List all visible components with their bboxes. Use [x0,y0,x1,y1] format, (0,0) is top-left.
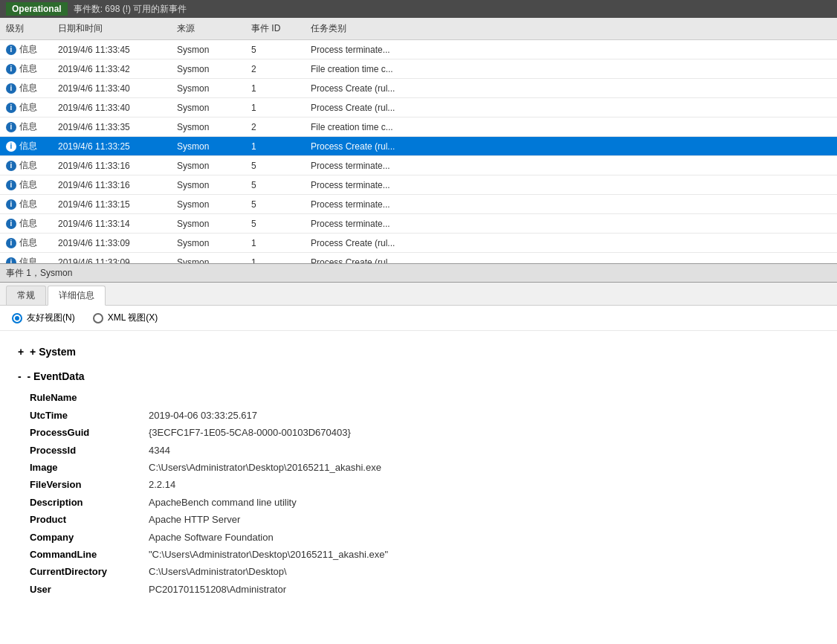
header-status: 事件数: 698 (!) 可用的新事件 [74,3,187,16]
data-key: FileVersion [30,476,149,493]
cell-task: File creation time c... [305,61,837,77]
level-text: 信息 [19,159,37,172]
table-body: i信息2019/4/6 11:33:45Sysmon5Process termi… [0,40,837,263]
cell-task: Process Create (rul... [305,100,837,115]
table-row[interactable]: i信息2019/4/6 11:33:15Sysmon5Process termi… [0,195,837,214]
system-label: + System [30,346,76,358]
data-key: Company [30,529,149,546]
table-row[interactable]: i信息2019/4/6 11:33:09Sysmon1Process Creat… [0,234,837,253]
table-row[interactable]: i信息2019/4/6 11:33:40Sysmon1Process Creat… [0,98,837,117]
level-text: 信息 [19,178,37,191]
cell-source: Sysmon [171,42,245,57]
level-text: 信息 [19,198,37,210]
xml-view-option[interactable]: XML 视图(X) [93,312,158,324]
cell-event-id: 1 [245,254,305,263]
data-value: C:\Users\Administrator\Desktop\20165211_… [149,459,381,476]
table-row[interactable]: i信息2019/4/6 11:33:45Sysmon5Process termi… [0,40,837,59]
level-text: 信息 [19,101,37,114]
table-row[interactable]: i信息2019/4/6 11:33:14Sysmon5Process termi… [0,214,837,234]
table-row[interactable]: i信息2019/4/6 11:33:25Sysmon1Process Creat… [0,137,837,156]
info-icon: i [6,122,16,132]
tab-常规[interactable]: 常规 [6,286,46,305]
level-text: 信息 [19,236,37,249]
cell-source: Sysmon [171,235,245,251]
system-section-title[interactable]: + + System [18,346,76,358]
data-value: C:\Users\Administrator\Desktop\ [149,563,287,580]
cell-event-id: 5 [245,42,305,57]
data-row-rulename: RuleName [18,389,819,406]
table-row[interactable]: i信息2019/4/6 11:33:40Sysmon1Process Creat… [0,79,837,98]
cell-task: File creation time c... [305,119,837,135]
data-key: ProcessId [30,442,149,459]
cell-datetime: 2019/4/6 11:33:16 [52,158,171,173]
cell-task: Process terminate... [305,177,837,193]
friendly-view-label: 友好视图(N) [27,312,75,324]
cell-datetime: 2019/4/6 11:33:40 [52,80,171,96]
cell-datetime: 2019/4/6 11:33:09 [52,235,171,251]
cell-event-id: 1 [245,80,305,96]
eventdata-label: - EventData [28,370,85,382]
cell-event-id: 1 [245,100,305,115]
data-value: PC201701151208\Administrator [149,581,286,598]
cell-datetime: 2019/4/6 11:33:40 [52,100,171,115]
data-key: RuleName [30,389,149,406]
cell-level: i信息 [0,119,52,135]
data-row-processid: ProcessId4344 [18,442,819,459]
table-row[interactable]: i信息2019/4/6 11:33:09Sysmon1Process Creat… [0,253,837,263]
table-row[interactable]: i信息2019/4/6 11:33:42Sysmon2File creation… [0,59,837,79]
cell-task: Process Create (rul... [305,254,837,263]
info-icon: i [6,64,16,74]
view-options: 友好视图(N) XML 视图(X) [0,306,837,331]
friendly-view-option[interactable]: 友好视图(N) [12,312,75,324]
cell-task: Process Create (rul... [305,138,837,154]
main-container: 级别 日期和时间 来源 事件 ID 任务类别 i信息2019/4/6 11:33… [0,18,837,644]
cell-datetime: 2019/4/6 11:33:35 [52,119,171,135]
data-value: Apache HTTP Server [149,511,240,528]
tab-详细信息[interactable]: 详细信息 [48,286,106,306]
level-text: 信息 [19,62,37,75]
cell-level: i信息 [0,177,52,193]
cell-source: Sysmon [171,216,245,231]
cell-task: Process terminate... [305,158,837,173]
cell-event-id: 1 [245,235,305,251]
data-value: 2019-04-06 03:33:25.617 [149,407,257,424]
level-text: 信息 [19,140,37,152]
header-bar: Operational 事件数: 698 (!) 可用的新事件 [0,0,837,18]
cell-level: i信息 [0,61,52,77]
data-row-commandline: CommandLine"C:\Users\Administrator\Deskt… [18,546,819,563]
cell-event-id: 5 [245,196,305,212]
table-row[interactable]: i信息2019/4/6 11:33:16Sysmon5Process termi… [0,156,837,176]
cell-level: i信息 [0,80,52,96]
data-value: 2.2.14 [149,476,175,493]
info-icon: i [6,219,16,229]
xml-view-radio[interactable] [93,313,103,323]
data-key: Image [30,459,149,476]
cell-level: i信息 [0,196,52,212]
cell-source: Sysmon [171,61,245,77]
table-row[interactable]: i信息2019/4/6 11:33:16Sysmon5Process termi… [0,176,837,195]
cell-level: i信息 [0,158,52,173]
operational-label: Operational [6,2,68,16]
friendly-view-radio[interactable] [12,313,22,323]
cell-level: i信息 [0,138,52,154]
cell-level: i信息 [0,235,52,251]
info-icon: i [6,238,16,248]
data-row-product: ProductApache HTTP Server [18,511,819,528]
cell-task: Process Create (rul... [305,235,837,251]
eventdata-section-title[interactable]: - - EventData [18,370,85,382]
table-row[interactable]: i信息2019/4/6 11:33:35Sysmon2File creation… [0,117,837,137]
divider-text: 事件 1，Sysmon [6,267,72,280]
tabs-bar: 常规详细信息 [0,283,837,306]
info-icon: i [6,161,16,171]
level-text: 信息 [19,217,37,230]
xml-view-label: XML 视图(X) [108,312,158,324]
detail-section: 常规详细信息 友好视图(N) XML 视图(X) + + System - [0,283,837,644]
level-text: 信息 [19,43,37,56]
cell-source: Sysmon [171,100,245,115]
cell-task: Process terminate... [305,42,837,57]
data-value: {3ECFC1F7-1E05-5CA8-0000-00103D670403} [149,424,351,441]
event-table: 级别 日期和时间 来源 事件 ID 任务类别 i信息2019/4/6 11:33… [0,18,837,263]
data-row-utctime: UtcTime2019-04-06 03:33:25.617 [18,407,819,424]
data-value: Apache Software Foundation [149,529,274,546]
data-row-description: DescriptionApacheBench command line util… [18,494,819,511]
